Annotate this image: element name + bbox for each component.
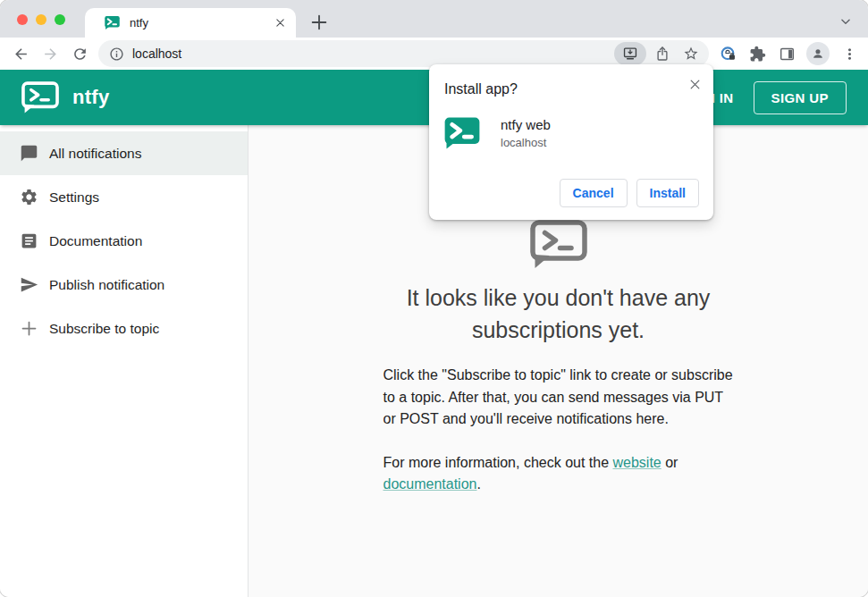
dialog-actions: Cancel Install	[560, 179, 699, 207]
sidebar-item-settings[interactable]: Settings	[0, 175, 248, 219]
url-text: localhost	[132, 46, 614, 61]
browser-window: ntfy localhost ntfy SIGN I	[0, 0, 868, 597]
window-controls	[17, 14, 65, 25]
empty-state-paragraph: Click the "Subscribe to topic" link to c…	[383, 365, 734, 431]
website-link[interactable]: website	[613, 455, 662, 470]
empty-state: It looks like you don't have any subscri…	[367, 220, 751, 496]
empty-state-paragraph: For more information, check out the webs…	[383, 452, 734, 496]
ntfy-logo-gray-icon	[530, 220, 587, 270]
browser-tab[interactable]: ntfy	[85, 8, 296, 38]
install-app-dialog: Install app? ntfy web localhost Cancel I…	[429, 64, 713, 220]
app-title: ntfy	[72, 86, 110, 109]
paragraph-text: .	[476, 476, 480, 492]
sidebar-item-label: Publish notification	[49, 277, 164, 293]
site-info-icon[interactable]	[109, 46, 124, 62]
cancel-button[interactable]: Cancel	[560, 179, 628, 207]
ntfy-favicon-icon	[105, 15, 120, 30]
sign-up-button[interactable]: SIGN UP	[754, 81, 847, 114]
bookmark-star-button[interactable]	[678, 42, 704, 65]
tab-close-icon[interactable]	[271, 14, 289, 32]
tab-search-chevron-icon[interactable]	[839, 15, 852, 28]
side-panel-icon[interactable]	[777, 44, 796, 63]
sidebar-item-label: Documentation	[49, 233, 142, 249]
app-name: ntfy web	[501, 117, 551, 132]
sidebar-item-subscribe-to-topic[interactable]: Subscribe to topic	[0, 307, 248, 350]
install-button[interactable]: Install	[636, 179, 699, 207]
reload-button[interactable]	[70, 44, 89, 63]
install-app-button[interactable]	[614, 42, 646, 65]
paragraph-text: or	[662, 455, 678, 470]
sidebar-item-label: All notifications	[49, 146, 141, 162]
tab-title: ntfy	[130, 16, 271, 29]
sidebar-item-all-notifications[interactable]: All notifications	[0, 131, 248, 175]
profile-avatar[interactable]	[806, 42, 830, 65]
minimize-window-button[interactable]	[36, 14, 46, 25]
share-button[interactable]	[650, 42, 675, 65]
ntfy-app-icon	[444, 115, 480, 151]
documentation-link[interactable]: documentation	[383, 476, 477, 492]
zoom-window-button[interactable]	[55, 14, 65, 25]
dialog-title: Install app?	[444, 81, 699, 97]
sidebar-item-label: Subscribe to topic	[49, 321, 159, 337]
empty-state-heading: It looks like you don't have any subscri…	[367, 282, 751, 346]
dialog-app-info: ntfy web localhost	[444, 115, 699, 151]
ntfy-logo-icon	[21, 81, 59, 114]
password-manager-extension-icon[interactable]	[718, 44, 737, 63]
close-window-button[interactable]	[17, 14, 28, 25]
article-icon	[20, 231, 38, 250]
sidebar: All notifications Settings Documentation…	[0, 125, 249, 597]
extensions-puzzle-icon[interactable]	[747, 44, 767, 63]
paragraph-text: For more information, check out the	[383, 455, 613, 470]
gear-icon	[20, 188, 38, 206]
sidebar-item-label: Settings	[49, 189, 99, 206]
send-icon	[20, 275, 38, 294]
back-button[interactable]	[11, 44, 30, 63]
plus-icon	[20, 319, 38, 338]
new-tab-button[interactable]	[309, 13, 329, 32]
browser-menu-dots-icon[interactable]	[839, 44, 859, 63]
sidebar-item-publish-notification[interactable]: Publish notification	[0, 263, 248, 307]
app-origin: localhost	[501, 136, 551, 149]
chat-icon	[20, 144, 38, 163]
sidebar-item-documentation[interactable]: Documentation	[0, 219, 248, 263]
tab-strip: ntfy	[0, 0, 868, 38]
forward-button[interactable]	[40, 44, 60, 63]
dialog-close-icon[interactable]	[686, 75, 704, 93]
address-bar[interactable]: localhost	[98, 40, 709, 67]
empty-state-text: Click the "Subscribe to topic" link to c…	[383, 365, 734, 496]
